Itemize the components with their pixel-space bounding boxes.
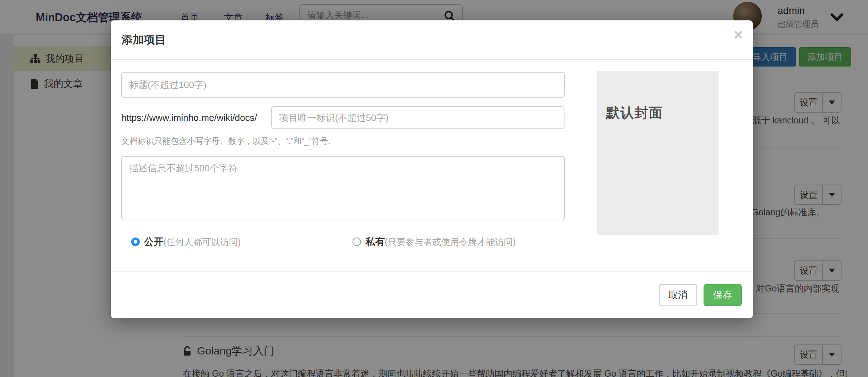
- modal-title: 添加项目: [122, 32, 166, 47]
- project-description-textarea[interactable]: [121, 156, 565, 220]
- default-cover-preview: 默认封面: [597, 71, 719, 235]
- url-prefix-label: https://www.iminho.me/wiki/docs/: [121, 106, 257, 129]
- save-button[interactable]: 保存: [704, 284, 742, 306]
- project-title-input[interactable]: [121, 72, 565, 98]
- private-note: (只要参与者或使用令牌才能访问): [385, 236, 516, 248]
- modal-footer-divider: [111, 271, 753, 272]
- cancel-button[interactable]: 取消: [659, 284, 697, 306]
- default-cover-label: 默认封面: [606, 104, 663, 122]
- radio-selected-icon[interactable]: [131, 238, 140, 246]
- privacy-public-option[interactable]: 公开 (任何人都可以访问): [131, 235, 241, 248]
- private-label: 私有: [365, 235, 385, 248]
- close-icon[interactable]: ×: [734, 27, 743, 43]
- slug-help-text: 文档标识只能包含小写字母、数字，以及“-”、“.”和“_”符号.: [121, 136, 330, 147]
- public-note: (任何人都可以访问): [163, 236, 241, 248]
- modal-header: 添加项目 ×: [111, 20, 753, 60]
- public-label: 公开: [144, 235, 163, 248]
- radio-unselected-icon[interactable]: [352, 238, 361, 246]
- privacy-private-option[interactable]: 私有 (只要参与者或使用令牌才能访问): [352, 235, 516, 248]
- add-project-modal: 添加项目 × https://www.iminho.me/wiki/docs/ …: [111, 20, 753, 318]
- project-slug-input[interactable]: [271, 106, 564, 129]
- app-screen: MinDoc文档管理系统 首页 文章 标签 admin 超级管理员 我的项目: [0, 0, 868, 377]
